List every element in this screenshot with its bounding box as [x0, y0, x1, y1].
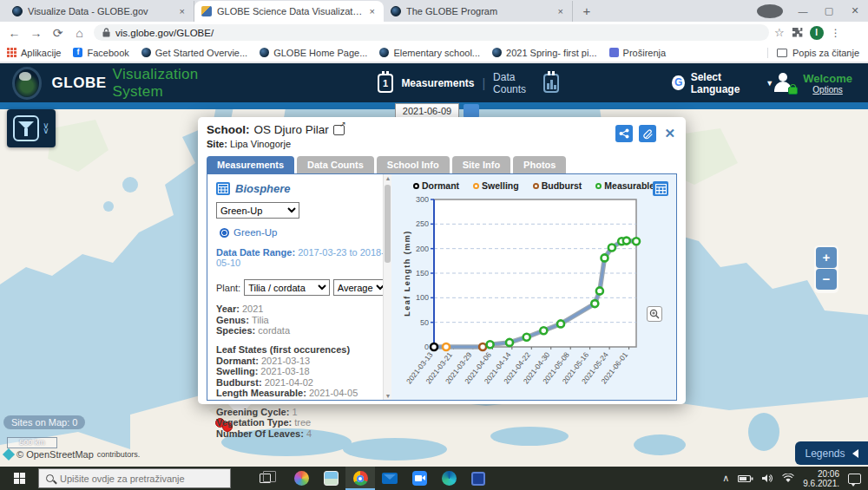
- reading-list-button[interactable]: Popis za čitanje: [767, 48, 859, 58]
- user-lock-icon[interactable]: [773, 73, 796, 94]
- profile-avatar[interactable]: I: [810, 26, 824, 40]
- zoom-out-button[interactable]: −: [816, 269, 837, 290]
- language-selector[interactable]: G Select Language ▼: [672, 71, 773, 95]
- radio-selected-icon[interactable]: [220, 228, 229, 238]
- plant-label: Plant:: [216, 283, 240, 293]
- tab-measurements[interactable]: Measurements: [207, 156, 294, 173]
- start-button[interactable]: [0, 467, 38, 490]
- modal-close-icon[interactable]: ✕: [664, 126, 675, 141]
- screen: Visualize Data - GLOBE.gov × GLOBE Scien…: [0, 0, 868, 490]
- bookmark-globe-home[interactable]: GLOBE Home Page...: [260, 48, 367, 58]
- zoom-app-button[interactable]: [404, 467, 434, 490]
- plant-select[interactable]: Tilia / cordata: [244, 279, 330, 296]
- browser-update-icon[interactable]: ⌄: [757, 4, 783, 18]
- ring-icon: [595, 183, 602, 189]
- tab-close-icon[interactable]: ×: [178, 6, 187, 16]
- site-name: Lipa Vinogorje: [230, 139, 291, 149]
- reload-icon[interactable]: ⟳: [47, 26, 69, 40]
- zoom-camera-icon: [412, 471, 427, 486]
- show-data-table-button[interactable]: [653, 181, 668, 196]
- tray-expand-icon[interactable]: ∧: [722, 473, 729, 484]
- notification-center-icon[interactable]: [848, 474, 861, 484]
- new-tab-button[interactable]: +: [578, 3, 595, 18]
- leaf-states-heading: Leaf States (first occurences): [216, 344, 388, 356]
- taskbar-clock[interactable]: 20:06 9.6.2021.: [803, 469, 839, 488]
- tab-close-icon[interactable]: ×: [368, 6, 377, 16]
- chrome-app-button[interactable]: [345, 467, 375, 490]
- field-budburst: Budburst2021-04-02: [216, 377, 388, 389]
- protocol-select[interactable]: Green-Up: [216, 202, 299, 219]
- tab-close-icon[interactable]: ×: [556, 6, 565, 16]
- browser-tab-1[interactable]: Visualize Data - GLOBE.gov ×: [5, 1, 194, 22]
- legends-button[interactable]: Legends: [795, 441, 868, 465]
- attribution-main[interactable]: © OpenStreetMap: [16, 449, 94, 460]
- legend-measurable[interactable]: Measurable: [595, 180, 654, 191]
- scroll-thumb[interactable]: [385, 185, 391, 263]
- bookmark-elementary[interactable]: Elementary school...: [379, 48, 480, 58]
- snip-icon: [471, 472, 485, 486]
- search-input[interactable]: [60, 474, 216, 484]
- leaf-length-chart[interactable]: 0501001502002503002021-03-132021-03-2120…: [400, 193, 645, 398]
- taskbar-search[interactable]: [38, 468, 231, 488]
- snip-app-button[interactable]: [464, 467, 493, 490]
- panel-scrollbar[interactable]: ▲ ▼: [383, 174, 391, 400]
- bookmark-star-icon[interactable]: ☆: [774, 26, 785, 39]
- maximize-button[interactable]: ▢: [816, 5, 842, 16]
- tab-school-info[interactable]: School Info: [377, 156, 450, 173]
- zoom-in-button[interactable]: +: [816, 247, 837, 268]
- nav-measurements[interactable]: Measurements: [401, 77, 474, 89]
- options-link[interactable]: Options: [803, 85, 852, 95]
- svg-text:Leaf Length (mm): Leaf Length (mm): [403, 230, 411, 317]
- extensions-puzzle-icon[interactable]: [792, 27, 803, 38]
- bookmark-label: GLOBE Home Page...: [273, 48, 367, 58]
- tab-data-counts[interactable]: Data Counts: [297, 156, 374, 173]
- bookmark-extensions[interactable]: Proširenja: [609, 48, 667, 58]
- home-icon[interactable]: ⌂: [69, 26, 90, 40]
- address-bar[interactable]: vis.globe.gov/GLOBE/: [94, 24, 769, 41]
- modal-tabs: Measurements Data Counts School Info Sit…: [207, 156, 677, 173]
- bookmark-2021-spring[interactable]: 2021 Spring- first pi...: [492, 48, 597, 58]
- task-view-button[interactable]: [250, 467, 279, 490]
- share-button[interactable]: [615, 125, 633, 142]
- ring-icon: [473, 183, 479, 189]
- globe-favicon: [12, 6, 23, 16]
- open-school-page-icon[interactable]: [333, 125, 345, 135]
- photos-app-button[interactable]: [316, 467, 345, 490]
- tab-site-info[interactable]: Site Info: [452, 156, 510, 173]
- browser-menu-icon[interactable]: ⋮: [831, 27, 841, 39]
- bookmark-facebook[interactable]: f Facebook: [73, 48, 128, 58]
- legend-swelling[interactable]: Swelling: [473, 180, 519, 191]
- edge-app-button[interactable]: [434, 467, 464, 490]
- speaker-icon[interactable]: [762, 474, 773, 483]
- legend-budburst[interactable]: Budburst: [533, 180, 582, 191]
- close-window-button[interactable]: ✕: [842, 5, 868, 16]
- aggregate-select[interactable]: Average: [333, 279, 388, 296]
- chart-panel: Dormant Swelling Budburst Measurable 050…: [391, 174, 676, 400]
- legend-dormant[interactable]: Dormant: [413, 180, 459, 191]
- link-button[interactable]: [639, 125, 656, 142]
- bookmark-apps[interactable]: Aplikacije: [7, 48, 61, 58]
- browser-tab-3[interactable]: The GLOBE Program ×: [384, 1, 573, 22]
- tab-photos[interactable]: Photos: [513, 156, 566, 173]
- mail-icon: [382, 473, 398, 484]
- minimize-button[interactable]: —: [790, 6, 816, 16]
- measurements-calendar-icon[interactable]: 1: [378, 74, 394, 93]
- bookmark-label: Facebook: [87, 48, 128, 58]
- battery-icon[interactable]: [738, 474, 753, 483]
- back-icon[interactable]: ←: [3, 26, 25, 40]
- paint-app-button[interactable]: [286, 467, 316, 490]
- forward-icon[interactable]: →: [25, 26, 47, 40]
- map-date-calendar-icon[interactable]: [464, 104, 479, 118]
- clock-date: 9.6.2021.: [803, 479, 839, 488]
- mail-app-button[interactable]: [375, 467, 404, 490]
- chevron-double-down-icon[interactable]: ∨∨: [43, 123, 49, 134]
- nav-data-counts[interactable]: Data Counts: [493, 71, 536, 95]
- chart-favicon: [201, 6, 212, 16]
- data-counts-calendar-icon[interactable]: [543, 74, 560, 93]
- browser-tab-2-active[interactable]: GLOBE Science Data Visualization ×: [194, 1, 384, 22]
- wifi-icon[interactable]: [782, 474, 794, 483]
- bookmark-get-started[interactable]: Get Started Overvie...: [141, 48, 247, 58]
- chart-zoom-button[interactable]: [647, 306, 662, 322]
- filter-funnel-button[interactable]: [13, 115, 39, 141]
- globe-logo[interactable]: [12, 67, 42, 100]
